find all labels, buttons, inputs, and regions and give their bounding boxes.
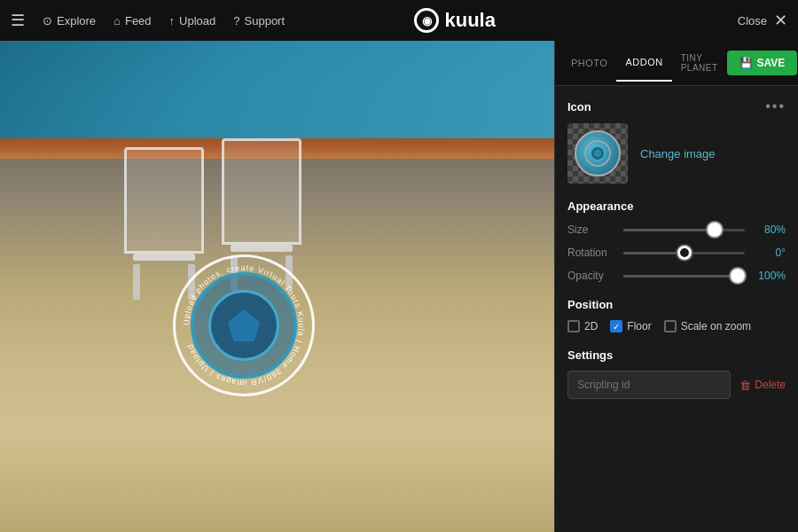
feed-label: Feed [125, 14, 152, 27]
icon-section: Icon ••• Change image [567, 98, 786, 184]
checkbox-floor-label: Floor [627, 320, 651, 332]
settings-title: Settings [567, 348, 786, 362]
save-button[interactable]: 💾 SAVE [727, 51, 798, 75]
checkbox-2d[interactable]: 2D [567, 320, 598, 332]
trash-icon: 🗑 [739, 379, 751, 392]
nav-item-upload[interactable]: ↑ Upload [169, 14, 216, 27]
tab-photo[interactable]: PHOTO [562, 45, 616, 81]
close-label: Close [738, 14, 767, 27]
logo-circle: ◉ [414, 8, 439, 33]
panel-content: Icon ••• Change image [555, 86, 798, 532]
explore-icon: ⊙ [43, 14, 52, 27]
right-panel: PHOTO ADDON TINY PLANET 💾 SAVE Icon ••• [554, 41, 798, 532]
checkbox-scale-on-zoom[interactable]: Scale on zoom [664, 320, 751, 332]
checkbox-2d-label: 2D [584, 320, 598, 332]
nav-item-support[interactable]: ? Support [233, 14, 285, 27]
more-options-button[interactable]: ••• [765, 98, 786, 114]
svg-point-3 [594, 150, 601, 157]
size-slider-row: Size 80% [567, 223, 786, 236]
explore-label: Explore [57, 14, 96, 27]
photo-area: Upload photos, create Virtual Tours Kuul… [0, 41, 554, 532]
feed-icon: ⌂ [113, 14, 121, 27]
addon-overlay: Upload photos, create Virtual Tours Kuul… [173, 254, 315, 396]
appearance-title: Appearance [567, 200, 786, 213]
checkbox-scale-on-zoom-label: Scale on zoom [681, 320, 751, 332]
nav-item-explore[interactable]: ⊙ Explore [43, 14, 96, 27]
size-slider[interactable] [623, 229, 745, 231]
delete-button[interactable]: 🗑 Delete [739, 379, 786, 392]
rotation-slider[interactable] [623, 252, 745, 254]
support-label: Support [245, 14, 286, 27]
appearance-section: Appearance Size 80% Rotation [567, 200, 786, 282]
logo-text: kuula [444, 9, 495, 32]
rotation-value: 0° [752, 246, 786, 259]
rotation-slider-row: Rotation 0° [567, 246, 786, 259]
size-value: 80% [752, 223, 786, 236]
opacity-value: 100% [752, 270, 786, 282]
icon-thumbnail-inner [575, 130, 621, 176]
tab-tiny-planet[interactable]: TINY PLANET [672, 41, 727, 85]
rotation-label: Rotation [567, 246, 616, 259]
nav-item-feed[interactable]: ⌂ Feed [113, 14, 152, 27]
delete-label: Delete [755, 379, 786, 391]
opacity-slider[interactable] [623, 275, 745, 278]
icon-thumbnail [567, 123, 628, 184]
opacity-slider-row: Opacity 100% [567, 270, 786, 282]
position-title: Position [567, 298, 786, 311]
opacity-label: Opacity [567, 270, 616, 282]
menu-icon[interactable]: ☰ [11, 11, 25, 30]
position-section: Position 2D ✓ Floor Scale on zoom [567, 298, 786, 332]
tab-addon[interactable]: ADDON [616, 44, 671, 82]
upload-label: Upload [179, 14, 215, 27]
scripting-id-input[interactable] [567, 371, 731, 399]
save-label: SAVE [757, 57, 786, 69]
top-nav: ☰ ⊙ Explore ⌂ Feed ↑ Upload ? Support ◉ … [0, 0, 798, 41]
support-icon: ? [233, 14, 239, 27]
save-icon: 💾 [739, 57, 753, 69]
icon-section-title: Icon [567, 100, 591, 113]
settings-section: Settings 🗑 Delete [567, 348, 786, 399]
upload-icon: ↑ [169, 14, 176, 27]
logo: ◉ kuula [414, 8, 495, 33]
checkbox-floor[interactable]: ✓ Floor [610, 320, 651, 332]
change-image-button[interactable]: Change image [640, 147, 716, 160]
close-area: Close ✕ [738, 11, 787, 30]
close-icon[interactable]: ✕ [774, 11, 787, 30]
panel-tabs: PHOTO ADDON TINY PLANET 💾 SAVE [555, 41, 798, 86]
addon-icon-large: Upload photos, create Virtual Tours Kuul… [173, 254, 315, 396]
addon-pentagon-icon [228, 309, 260, 341]
size-label: Size [567, 223, 616, 236]
